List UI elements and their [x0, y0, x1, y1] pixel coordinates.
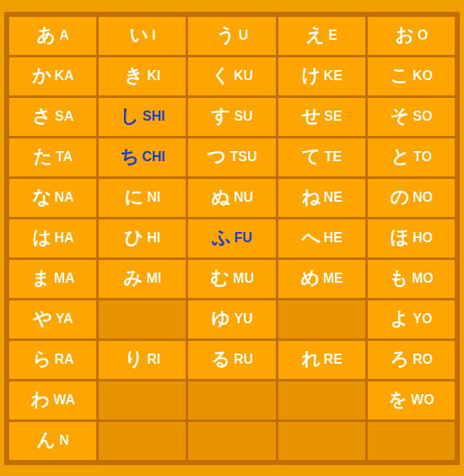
kana-6-0: ま: [31, 266, 51, 291]
romaji-5-4: HO: [413, 230, 433, 246]
cell-0-4: おO: [368, 17, 457, 57]
cell-8-0: らRA: [9, 341, 99, 381]
hiragana-chart: あAいIうUえEおOかKAきKIくKUけKEこKOさSAしSHIすSUせSEそS…: [4, 12, 460, 465]
romaji-1-4: KO: [413, 68, 433, 84]
cell-10-0: んN: [9, 422, 99, 462]
cell-5-2: ふFU: [188, 219, 278, 260]
cell-4-4: のNO: [368, 179, 457, 219]
cell-7-2: ゆYU: [188, 300, 278, 341]
kana-10-0: ん: [36, 428, 56, 453]
kana-4-4: の: [390, 185, 409, 210]
cell-10-2: [188, 422, 278, 462]
kana-0-2: う: [216, 23, 235, 48]
romaji-1-2: KU: [234, 68, 253, 84]
kana-3-4: と: [391, 144, 410, 170]
kana-5-1: ひ: [124, 225, 143, 251]
romaji-8-4: RO: [413, 352, 433, 367]
romaji-4-0: NA: [55, 190, 74, 205]
romaji-8-3: RE: [324, 352, 343, 367]
cell-5-1: ひHI: [99, 219, 188, 260]
kana-3-2: つ: [207, 144, 226, 170]
romaji-3-1: CHI: [143, 149, 166, 165]
kana-2-1: し: [120, 104, 139, 129]
kana-3-1: ち: [120, 144, 139, 170]
cell-10-4: [368, 422, 457, 462]
kana-5-4: ほ: [390, 225, 409, 251]
romaji-2-3: SE: [324, 109, 342, 124]
cell-5-3: へHE: [278, 219, 368, 260]
romaji-7-2: YU: [234, 311, 252, 327]
kana-8-1: り: [124, 347, 143, 372]
romaji-4-3: NE: [324, 190, 343, 205]
kana-6-2: む: [210, 266, 229, 291]
romaji-0-4: O: [418, 28, 428, 43]
romaji-5-2: FU: [235, 230, 252, 246]
romaji-10-0: N: [59, 433, 69, 448]
romaji-7-4: YO: [413, 311, 432, 327]
romaji-2-0: SA: [55, 109, 73, 124]
kana-0-0: あ: [36, 23, 56, 48]
kana-9-0: わ: [30, 387, 50, 413]
romaji-8-1: RI: [147, 352, 160, 367]
romaji-0-0: A: [59, 28, 69, 43]
kana-0-3: え: [305, 23, 325, 48]
romaji-5-3: HE: [324, 230, 343, 246]
romaji-4-4: NO: [413, 190, 433, 205]
romaji-0-1: I: [152, 28, 155, 43]
kana-5-2: ふ: [212, 225, 231, 251]
cell-3-2: つTSU: [188, 138, 278, 179]
romaji-8-0: RA: [55, 352, 74, 367]
kana-9-4: を: [388, 387, 407, 413]
cell-10-3: [278, 422, 368, 462]
cell-6-3: めME: [278, 260, 368, 300]
cell-0-1: いI: [99, 17, 188, 57]
cell-10-1: [99, 422, 188, 462]
romaji-3-0: TA: [56, 149, 73, 165]
romaji-3-4: TO: [413, 149, 432, 165]
cell-2-3: せSE: [278, 98, 368, 138]
cell-6-0: まMA: [9, 260, 99, 300]
romaji-6-1: MI: [146, 271, 161, 286]
kana-2-4: そ: [390, 104, 409, 129]
kana-3-3: て: [301, 144, 321, 170]
romaji-5-0: HA: [55, 230, 74, 246]
kana-8-2: る: [211, 347, 230, 372]
kana-5-0: は: [32, 225, 51, 251]
kana-2-2: す: [211, 104, 230, 129]
romaji-8-2: RU: [234, 352, 253, 367]
romaji-5-1: HI: [147, 230, 160, 246]
kana-1-1: き: [124, 63, 143, 89]
cell-1-1: きKI: [99, 57, 188, 98]
romaji-0-2: U: [239, 28, 249, 43]
cell-3-0: たTA: [9, 138, 99, 179]
cell-8-4: ろRO: [368, 341, 457, 381]
cell-1-0: かKA: [9, 57, 99, 98]
romaji-1-1: KI: [147, 68, 160, 84]
kana-7-2: ゆ: [211, 306, 230, 332]
kana-1-3: け: [301, 63, 321, 89]
cell-4-3: ねNE: [278, 179, 368, 219]
kana-4-0: な: [32, 185, 51, 210]
romaji-2-1: SHI: [143, 109, 165, 124]
cell-2-1: しSHI: [99, 98, 188, 138]
romaji-3-2: TSU: [229, 149, 256, 165]
cell-8-3: れRE: [278, 341, 368, 381]
cell-3-1: ちCHI: [99, 138, 188, 179]
kana-0-1: い: [129, 23, 148, 48]
cell-3-3: てTE: [278, 138, 368, 179]
cell-0-3: えE: [278, 17, 368, 57]
romaji-2-2: SU: [234, 109, 252, 124]
romaji-9-4: WO: [411, 392, 434, 408]
kana-6-3: め: [300, 266, 320, 291]
kana-2-0: さ: [32, 104, 51, 129]
kana-2-3: せ: [301, 104, 321, 129]
cell-2-4: そSO: [368, 98, 457, 138]
kana-3-0: た: [33, 144, 52, 170]
cell-5-4: ほHO: [368, 219, 457, 260]
cell-7-1: [99, 300, 188, 341]
romaji-1-0: KA: [55, 68, 74, 84]
romaji-4-1: NI: [147, 190, 160, 205]
kana-8-4: ろ: [390, 347, 409, 372]
cell-5-0: はHA: [9, 219, 99, 260]
kana-4-1: に: [124, 185, 143, 210]
